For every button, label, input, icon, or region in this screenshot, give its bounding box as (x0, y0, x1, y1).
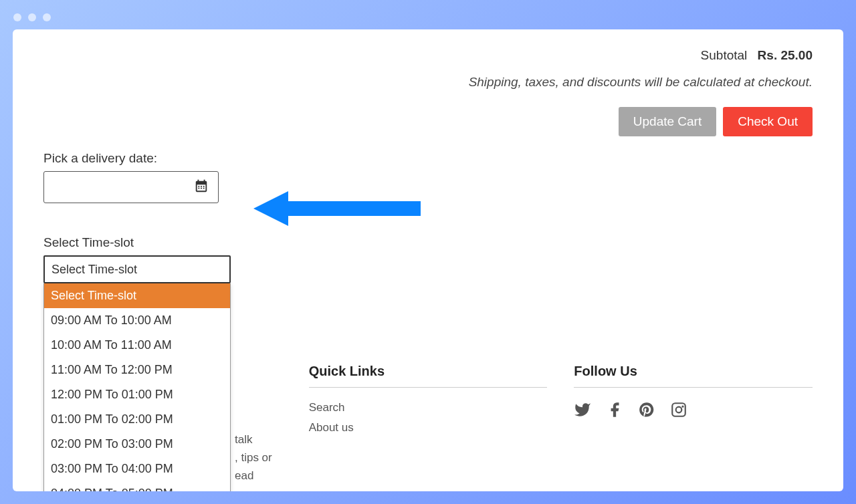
follow-us-title: Follow Us (574, 364, 813, 379)
update-cart-button[interactable]: Update Cart (619, 107, 716, 136)
annotation-arrow-icon (253, 186, 421, 233)
footer-quick-links: Quick Links Search About us (309, 364, 548, 441)
timeslot-option[interactable]: 03:00 PM To 04:00 PM (44, 457, 230, 481)
footer-link-search[interactable]: Search (309, 401, 548, 414)
quick-links-title: Quick Links (309, 364, 548, 379)
timeslot-option[interactable]: 01:00 PM To 02:00 PM (44, 407, 230, 432)
timeslot-option[interactable]: 02:00 PM To 03:00 PM (44, 432, 230, 457)
timeslot-option[interactable]: 12:00 PM To 01:00 PM (44, 382, 230, 407)
timeslot-option[interactable]: 09:00 AM To 10:00 AM (44, 308, 230, 333)
timeslot-option[interactable]: Select Time-slot (44, 283, 230, 308)
timeslot-dropdown: Select Time-slot 09:00 AM To 10:00 AM 10… (43, 283, 231, 491)
timeslot-select[interactable]: Select Time-slot (43, 255, 231, 283)
footer-link-about[interactable]: About us (309, 421, 548, 434)
timeslot-selected-value: Select Time-slot (51, 263, 137, 277)
window-traffic-lights (13, 13, 51, 21)
footer-follow-us: Follow Us (574, 364, 813, 441)
facebook-icon[interactable] (606, 401, 623, 421)
delivery-date-input[interactable] (43, 171, 219, 203)
subtotal-value: Rs. 25.00 (758, 48, 813, 62)
twitter-icon[interactable] (574, 401, 591, 421)
timeslot-option[interactable]: 04:00 PM To 05:00 PM (44, 481, 230, 491)
checkout-button[interactable]: Check Out (723, 107, 813, 136)
delivery-date-label: Pick a delivery date: (43, 151, 813, 166)
shipping-note: Shipping, taxes, and discounts will be c… (43, 75, 813, 90)
timeslot-option[interactable]: 10:00 AM To 11:00 AM (44, 333, 230, 358)
pinterest-icon[interactable] (638, 401, 655, 421)
timeslot-option[interactable]: 11:00 AM To 12:00 PM (44, 358, 230, 382)
svg-marker-0 (253, 191, 421, 226)
subtotal-label: Subtotal (701, 48, 748, 62)
timeslot-label: Select Time-slot (43, 235, 813, 250)
instagram-icon[interactable] (670, 401, 687, 421)
partially-hidden-text: talk , tips or ead (235, 430, 272, 485)
calendar-icon (194, 178, 209, 196)
subtotal-row: Subtotal Rs. 25.00 (43, 48, 813, 63)
browser-content: Subtotal Rs. 25.00 Shipping, taxes, and … (13, 29, 843, 491)
